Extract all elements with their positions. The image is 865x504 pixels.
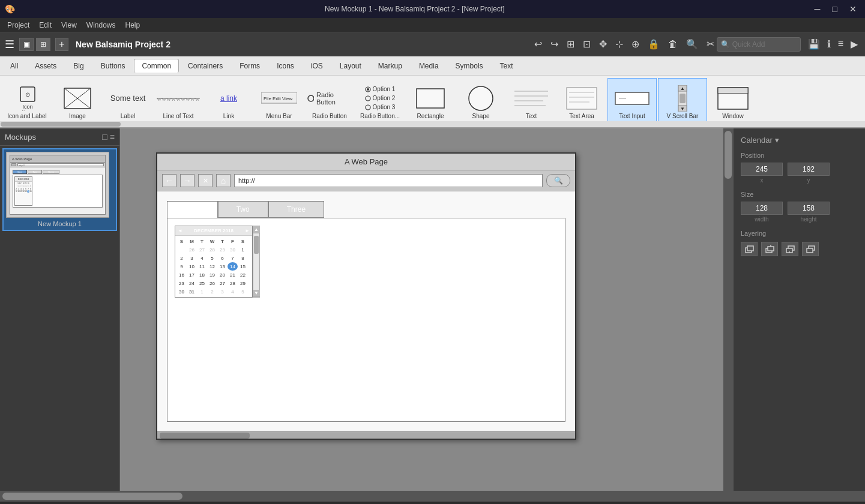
tab-ios[interactable]: iOS xyxy=(303,59,331,73)
cal-cell[interactable]: 26 xyxy=(187,245,197,254)
cal-cell[interactable]: 3 xyxy=(187,254,197,262)
wf-tab-three[interactable]: Three xyxy=(268,201,324,218)
clone-icon[interactable]: ⊞ xyxy=(564,37,577,51)
palette-link[interactable]: a link Link xyxy=(204,78,253,126)
wf-tab-two[interactable]: Two xyxy=(218,201,268,218)
tab-all[interactable]: All xyxy=(2,59,26,73)
wf-bottom-bar[interactable] xyxy=(157,431,575,439)
menu-windows[interactable]: Windows xyxy=(82,20,121,31)
tab-markup[interactable]: Markup xyxy=(370,59,410,73)
menu-view[interactable]: View xyxy=(56,20,82,31)
wf-back-button[interactable]: ← xyxy=(162,174,176,187)
cal-scroll-down[interactable]: ▼ xyxy=(253,290,260,297)
palette-menu-bar[interactable]: File Edit View Menu Bar xyxy=(255,78,304,126)
cal-cell[interactable]: 19 xyxy=(207,271,217,279)
size-width-input[interactable] xyxy=(741,202,783,215)
palette-label[interactable]: Some text Label xyxy=(103,78,152,126)
cal-cell[interactable]: 30 xyxy=(228,245,238,254)
cal-cell[interactable]: 28 xyxy=(207,245,217,254)
mockup-item-1[interactable]: A Web Page http:// One Two Three xyxy=(2,148,117,231)
window-controls[interactable]: ─ □ ✕ xyxy=(811,3,860,15)
cal-cell[interactable]: 26 xyxy=(207,279,217,287)
find-icon[interactable]: 🔍 xyxy=(684,37,701,51)
cut-icon[interactable]: ✂ xyxy=(704,37,717,51)
cal-cell[interactable]: 18 xyxy=(197,271,207,279)
tab-symbols[interactable]: Symbols xyxy=(448,59,491,73)
cal-cell[interactable]: 28 xyxy=(228,279,238,287)
cal-scroll-track[interactable] xyxy=(253,233,259,290)
cal-cell[interactable]: 22 xyxy=(238,271,248,279)
palette-text[interactable]: Text xyxy=(507,78,556,126)
cal-cell[interactable]: 7 xyxy=(228,254,238,262)
h-scrollbar[interactable] xyxy=(0,491,865,502)
cal-cell[interactable]: 17 xyxy=(187,271,197,279)
palette-line-of-text[interactable]: wwwwwwwww Line of Text xyxy=(154,78,203,126)
palette-shape[interactable]: Shape xyxy=(456,78,505,126)
tab-common[interactable]: Common xyxy=(134,59,179,73)
menu-help[interactable]: Help xyxy=(121,20,145,31)
tab-assets[interactable]: Assets xyxy=(27,59,64,73)
move-icon[interactable]: ✥ xyxy=(597,37,609,51)
palette-scrollbar-thumb[interactable] xyxy=(1,122,121,127)
cal-cell[interactable]: 27 xyxy=(197,245,207,254)
layer-backward-button[interactable] xyxy=(782,242,798,256)
wf-tab-one[interactable]: One xyxy=(167,201,218,218)
undo-icon[interactable]: ↩ xyxy=(532,37,544,51)
cal-prev-button[interactable]: ◄ xyxy=(178,228,182,233)
cal-cell[interactable] xyxy=(176,245,187,254)
cal-cell[interactable]: 9 xyxy=(176,262,187,271)
wf-bottom-scroll-thumb[interactable] xyxy=(160,433,250,439)
layer-back-button[interactable] xyxy=(802,242,819,256)
menu-edit[interactable]: Edit xyxy=(34,20,56,31)
crop-icon[interactable]: ⊕ xyxy=(629,37,642,51)
cal-cell[interactable]: 15 xyxy=(238,262,248,271)
panel-title-chevron[interactable]: ▾ xyxy=(775,136,779,145)
cal-cell[interactable]: 12 xyxy=(207,262,217,271)
cal-cell[interactable]: 1 xyxy=(197,287,207,296)
wf-close-button[interactable]: ✕ xyxy=(198,174,212,187)
palette-image[interactable]: Image xyxy=(53,78,102,126)
list-view-icon[interactable]: ≡ xyxy=(836,37,846,51)
cal-cell[interactable]: 29 xyxy=(238,279,248,287)
cal-cell[interactable]: 2 xyxy=(207,287,217,296)
cal-next-button[interactable]: ► xyxy=(245,228,250,233)
cal-cell[interactable]: 27 xyxy=(217,279,228,287)
delete-icon[interactable]: 🗑 xyxy=(666,38,680,51)
layer-front-button[interactable] xyxy=(741,242,758,256)
cal-cell[interactable]: 23 xyxy=(176,279,187,287)
canvas-area[interactable]: A Web Page ← → ✕ ⌂ http:// 🔍 One Two Thr… xyxy=(120,128,733,491)
view-single-icon[interactable]: ▣ xyxy=(19,38,34,51)
tab-media[interactable]: Media xyxy=(411,59,447,73)
lock-icon[interactable]: 🔒 xyxy=(645,37,662,51)
quick-add-input[interactable] xyxy=(732,40,797,49)
cal-cell[interactable]: 11 xyxy=(197,262,207,271)
layer-forward-button[interactable] xyxy=(761,242,778,256)
palette-icon-and-label[interactable]: ⊙ Icon Name Icon and Label xyxy=(2,78,52,126)
cal-cell[interactable]: 10 xyxy=(187,262,197,271)
tab-forms[interactable]: Forms xyxy=(232,59,268,73)
h-scroll-thumb[interactable] xyxy=(2,493,182,500)
palette-rectangle[interactable]: Rectangle xyxy=(406,78,455,126)
palette-v-scroll-bar[interactable]: ▲ ▼ V Scroll Bar xyxy=(658,78,707,126)
cal-scroll-thumb[interactable] xyxy=(254,236,259,254)
minimize-button[interactable]: ─ xyxy=(811,3,824,15)
tab-buttons[interactable]: Buttons xyxy=(93,59,133,73)
add-mockup-button[interactable]: + xyxy=(55,38,68,51)
hamburger-menu[interactable]: ☰ xyxy=(5,38,14,51)
tab-containers[interactable]: Containers xyxy=(180,59,231,73)
palette-radio-button-group[interactable]: Option 1 Option 2 Option 3 Radio Button.… xyxy=(355,78,405,126)
cal-scrollbar[interactable]: ▲ ▼ xyxy=(253,226,260,298)
tab-big[interactable]: Big xyxy=(65,59,91,73)
export-icon[interactable]: ⊡ xyxy=(580,37,593,51)
palette-scrollbar[interactable] xyxy=(0,121,865,127)
sidebar-expand-icon[interactable]: □ xyxy=(102,132,107,142)
cal-cell[interactable]: 8 xyxy=(238,254,248,262)
palette-text-area[interactable]: Text Area xyxy=(557,78,606,126)
cal-scroll-up[interactable]: ▲ xyxy=(253,226,260,233)
cal-cell[interactable]: 5 xyxy=(238,287,248,296)
tab-icons[interactable]: Icons xyxy=(269,59,302,73)
position-y-input[interactable] xyxy=(788,163,830,176)
tab-text[interactable]: Text xyxy=(492,59,521,73)
position-x-input[interactable] xyxy=(741,163,783,176)
canvas-v-scroll-thumb[interactable] xyxy=(725,131,732,179)
